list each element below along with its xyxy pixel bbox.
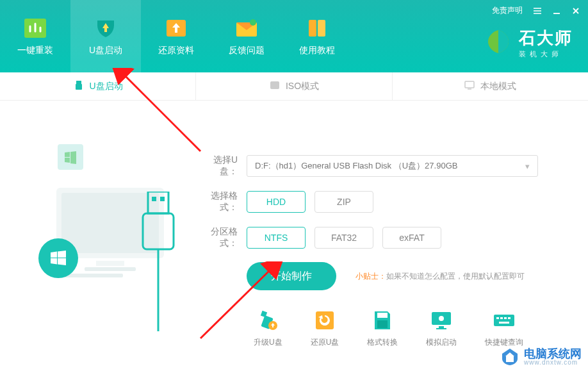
usb-plug-icon	[138, 192, 179, 333]
tip-label: 小贴士：	[355, 272, 386, 281]
tool-format-convert[interactable]: 格式转换	[367, 309, 398, 348]
tool-label: 格式转换	[367, 337, 398, 348]
svg-rect-33	[508, 317, 510, 319]
svg-rect-14	[61, 274, 123, 277]
svg-rect-37	[506, 356, 514, 362]
mode-label: ISO模式	[286, 81, 319, 92]
svg-rect-23	[377, 313, 388, 318]
screen-icon	[430, 309, 453, 332]
svg-rect-30	[496, 317, 499, 319]
brand-title: 石大师	[519, 27, 573, 49]
partition-option-fat32[interactable]: FAT32	[314, 227, 373, 249]
watermark-url: www.dnxtw.com	[524, 359, 582, 366]
titlebar: 免责声明	[492, 5, 580, 16]
brand-subtitle: 装机大师	[519, 49, 573, 59]
start-button[interactable]: 开始制作	[247, 262, 336, 290]
tip-text: 如果不知道怎么配置，使用默认配置即可	[386, 272, 525, 281]
chart-icon	[22, 17, 48, 40]
svg-rect-22	[316, 311, 334, 329]
minimize-icon[interactable]	[552, 6, 561, 15]
brand-logo-icon	[484, 28, 512, 58]
mode-tabs: U盘启动 ISO模式 本地模式	[0, 72, 588, 101]
monitor-icon	[464, 79, 475, 93]
tool-label: 还原U盘	[311, 337, 339, 348]
watermark: 电脑系统网 www.dnxtw.com	[500, 347, 582, 367]
upload-box-icon	[163, 17, 189, 40]
svg-rect-8	[270, 81, 279, 89]
nav-tutorial[interactable]: 使用教程	[282, 0, 352, 72]
svg-rect-18	[143, 213, 174, 249]
mode-label: 本地模式	[480, 81, 516, 92]
svg-rect-15	[148, 192, 168, 213]
svg-rect-29	[494, 315, 514, 326]
svg-rect-6	[76, 81, 81, 84]
usb-icon	[73, 79, 85, 93]
svg-rect-13	[85, 267, 136, 271]
svg-rect-24	[377, 320, 388, 328]
tip: 小贴士：如果不知道怎么配置，使用默认配置即可	[355, 271, 525, 282]
partition-option-ntfs[interactable]: NTFS	[247, 227, 306, 249]
disclaimer-link[interactable]: 免责声明	[492, 5, 523, 16]
tool-label: 模拟启动	[426, 337, 457, 348]
tool-label: 升级U盘	[254, 337, 282, 348]
format-label: 选择格式：	[195, 190, 238, 213]
svg-rect-31	[500, 317, 503, 319]
mode-iso[interactable]: ISO模式	[196, 72, 392, 100]
brand: 石大师 装机大师	[484, 27, 573, 59]
main-nav: 一键重装 U盘启动 还原资料 反馈问题 使用教程	[0, 0, 352, 72]
usb-upgrade-icon	[256, 309, 279, 332]
svg-rect-32	[504, 317, 507, 319]
nav-usb-boot[interactable]: U盘启动	[70, 0, 141, 72]
nav-reinstall[interactable]: 一键重装	[0, 0, 70, 72]
disk-label: 选择U盘：	[195, 154, 238, 177]
nav-feedback[interactable]: 反馈问题	[211, 0, 282, 72]
mode-local[interactable]: 本地模式	[393, 72, 588, 100]
watermark-logo-icon	[500, 347, 520, 367]
nav-restore[interactable]: 还原资料	[141, 0, 211, 72]
format-option-hdd[interactable]: HDD	[247, 191, 306, 213]
svg-rect-12	[96, 261, 124, 266]
menu-icon[interactable]	[533, 6, 542, 15]
watermark-title: 电脑系统网	[524, 348, 582, 359]
usb-restore-icon	[313, 309, 336, 332]
book-icon	[304, 17, 330, 40]
mode-label: U盘启动	[90, 81, 123, 92]
nav-label: 使用教程	[299, 45, 335, 56]
form-area: 选择U盘： D:F:（hd1）General USB Flash Disk （U…	[195, 113, 569, 312]
nav-label: 还原资料	[158, 45, 194, 56]
svg-rect-9	[465, 81, 474, 88]
windows-badge-icon	[58, 144, 83, 170]
svg-rect-17	[160, 197, 165, 201]
svg-point-3	[250, 19, 256, 26]
svg-rect-5	[318, 20, 325, 37]
close-icon[interactable]	[571, 6, 580, 15]
shield-icon	[93, 17, 118, 40]
tool-hotkey-query[interactable]: 快捷键查询	[485, 309, 523, 348]
svg-rect-4	[309, 20, 316, 37]
format-options: HDD ZIP	[247, 191, 373, 213]
tool-simulate-boot[interactable]: 模拟启动	[426, 309, 457, 348]
svg-rect-28	[436, 328, 446, 329]
tool-restore-usb[interactable]: 还原U盘	[311, 309, 339, 348]
partition-options: NTFS FAT32 exFAT	[247, 227, 441, 249]
svg-rect-16	[152, 197, 156, 201]
nav-label: U盘启动	[89, 45, 122, 56]
app-header: 免责声明 一键重装 U盘启动 还原资料 反馈问题 使用教程 石大师	[0, 0, 588, 72]
disk-select[interactable]: D:F:（hd1）General USB Flash Disk （U盘）27.9…	[247, 155, 538, 177]
mail-icon	[234, 17, 259, 40]
mode-usb-boot[interactable]: U盘启动	[0, 72, 196, 100]
keyboard-icon	[493, 309, 516, 332]
windows-circle-icon	[38, 238, 78, 278]
tool-upgrade-usb[interactable]: 升级U盘	[254, 309, 282, 348]
disk-value: D:F:（hd1）General USB Flash Disk （U盘）27.9…	[255, 160, 457, 172]
svg-rect-27	[439, 326, 444, 328]
partition-option-exfat[interactable]: exFAT	[382, 227, 441, 249]
format-option-zip[interactable]: ZIP	[314, 191, 373, 213]
partition-label: 分区格式：	[195, 226, 238, 249]
svg-rect-7	[76, 84, 82, 90]
nav-label: 一键重装	[17, 45, 53, 56]
floppy-icon	[371, 309, 394, 332]
content-area: 选择U盘： D:F:（hd1）General USB Flash Disk （U…	[0, 101, 588, 312]
chevron-down-icon: ▾	[525, 161, 530, 171]
iso-icon	[269, 79, 281, 93]
